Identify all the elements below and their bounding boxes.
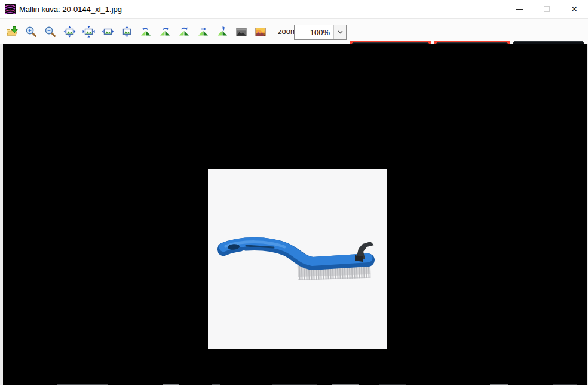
close-icon: ✕ [571,5,578,13]
open-image-icon [6,26,19,38]
app-logo-icon [5,4,16,14]
zoom-out-icon [44,26,56,38]
window-controls: ✕ [506,0,588,19]
rotate-left-button[interactable] [139,25,152,39]
zoom-dropdown-button[interactable] [333,25,346,39]
fit-width-icon [102,26,114,38]
fit-page-button[interactable] [82,25,95,39]
fit-height-icon [121,26,133,38]
flip-horizontal-button[interactable] [197,25,210,39]
zoom-combobox[interactable]: 100% [294,25,347,40]
fit-page-icon [82,26,95,38]
grayscale-preview-button[interactable] [235,25,248,39]
zoom-in-button[interactable] [24,25,38,39]
fit-height-button[interactable] [120,25,133,39]
zoom-out-button[interactable] [44,25,57,39]
fit-window-icon [63,26,76,38]
flip-horizontal-icon [197,26,209,38]
title-bar: Mallin kuva: 20-0144_xl_1.jpg ✕ [0,0,588,19]
image-canvas[interactable] [0,44,588,385]
color-preview-button[interactable] [254,25,267,39]
fit-width-button[interactable] [101,25,114,39]
rotate-left-icon [140,26,152,38]
flip-vertical-icon [216,26,228,38]
fit-window-button[interactable] [63,25,76,39]
color-preview-icon [255,26,267,38]
grayscale-preview-icon [235,26,247,38]
minimize-button[interactable] [506,0,533,19]
chevron-down-icon [338,30,343,34]
zoom-in-icon [25,26,37,38]
rotate-180-icon [178,26,190,38]
rotate-right-button[interactable] [158,25,172,39]
wire-brush-image [208,169,387,349]
zoom-value: 100% [295,25,333,39]
window-title: Mallin kuva: 20-0144_xl_1.jpg [19,5,122,14]
rotate-right-icon [159,26,171,38]
product-photo [208,169,387,349]
close-button[interactable]: ✕ [561,0,588,19]
open-image-button[interactable] [5,25,19,39]
maximize-icon [544,6,550,12]
toolbar: zoom: 100% VAIHDA KUVA F4 POISTA KUVA F8 [0,19,588,44]
left-edge-strip [0,44,3,385]
maximize-button[interactable] [533,0,561,19]
rotate-180-button[interactable] [177,25,191,39]
image-viewer-window: Mallin kuva: 20-0144_xl_1.jpg ✕ [0,0,588,385]
flip-vertical-button[interactable] [216,25,229,39]
minimize-icon [516,9,523,10]
